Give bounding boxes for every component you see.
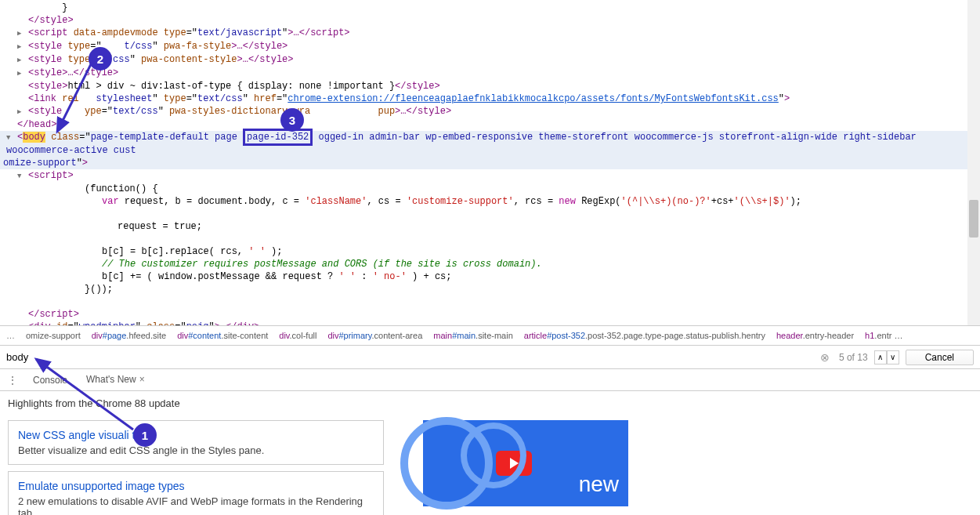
code-line-collapsed[interactable]: <style type "css" pwa-content-style>…</s… [0, 53, 980, 67]
page-id-highlight: page-id-352 [243, 129, 313, 146]
code-line-collapsed[interactable]: <style ype="text/css" pwa-styles-diction… [0, 105, 980, 118]
breadcrumb-bar[interactable]: … omize-support div#page.hfeed.site div#… [0, 325, 980, 346]
code-line-collapsed[interactable]: <style>…</style> [0, 67, 980, 80]
code-line-collapsed[interactable]: <script data-ampdevmode type="text/javas… [0, 27, 980, 40]
breadcrumb-item[interactable]: header.entry-header [776, 331, 854, 340]
svg-line-1 [36, 359, 133, 430]
arrow-1-svg [24, 351, 149, 445]
breadcrumb-item[interactable]: div#content.site-content [177, 331, 268, 340]
search-count: 5 of 13 [839, 352, 868, 363]
elements-code-pane[interactable]: } </style> <script data-ampdevmode type=… [0, 0, 980, 325]
body-element-line-2: omize-support"> [0, 157, 980, 169]
breadcrumb-item[interactable]: div#primary.content-area [327, 331, 422, 340]
js-line: b[c] += ( window.postMessage && request … [0, 270, 980, 283]
href-link[interactable]: chrome-extension://fleenceagaplaefnklabi… [287, 93, 779, 104]
search-next-button[interactable]: ∨ [887, 350, 899, 364]
whatsnew-card-title[interactable]: Emulate unsupported image types [18, 480, 374, 492]
arrow-2-svg [24, 63, 102, 141]
js-line: }()); [0, 283, 980, 296]
video-label: new [579, 472, 619, 497]
code-line: </style> [0, 14, 980, 27]
whatsnew-card-desc: 2 new emulations to disable AVIF and Web… [18, 495, 374, 515]
js-comment: // The customizer requires postMessage a… [0, 258, 980, 270]
code-line: } [0, 2, 980, 14]
more-menu-icon[interactable]: ⋮ [3, 375, 22, 386]
callout-1: 1 [133, 423, 157, 447]
scrollbar-vertical[interactable] [967, 0, 980, 325]
div-wpadminbar[interactable]: <div id="wpadminbar" class="nojq">…</div… [0, 321, 980, 325]
code-line: <link rel stylesheet" type="text/css" hr… [0, 92, 980, 105]
body-element-line[interactable]: <body class="page-template-default page … [0, 131, 980, 157]
js-blank [0, 233, 980, 245]
breadcrumb-item[interactable]: div#page.hfeed.site [92, 331, 166, 340]
search-prev-button[interactable]: ∧ [874, 350, 887, 364]
js-line: request = true; [0, 220, 980, 233]
whatsnew-video[interactable]: new [423, 420, 628, 506]
code-line: </head> [0, 118, 980, 131]
code-line-collapsed[interactable]: <style type=" t/css" pwa-fa-style>…</sty… [0, 40, 980, 53]
whatsnew-card[interactable]: Emulate unsupported image types 2 new em… [8, 471, 384, 515]
cancel-button[interactable]: Cancel [906, 350, 974, 365]
svg-point-3 [464, 426, 523, 485]
js-line: (function() { [0, 183, 980, 195]
js-blank [0, 208, 980, 220]
whatsnew-card-desc: Better visualize and edit CSS angle in t… [18, 444, 374, 456]
whatsnew-title: Highlights from the Chrome 88 update [8, 397, 972, 409]
scrollbar-thumb[interactable] [969, 200, 978, 238]
script-open[interactable]: <script> [0, 169, 980, 183]
breadcrumb-item[interactable]: omize-support [26, 331, 81, 340]
js-blank [0, 296, 980, 308]
breadcrumb-item[interactable]: article#post-352.post-352.page.type-page… [524, 331, 765, 340]
js-line: b[c] = b[c].replace( rcs, ' ' ); [0, 245, 980, 258]
breadcrumb-item[interactable]: main#main.site-main [433, 331, 513, 340]
video-decoration [400, 412, 541, 514]
script-close: </script> [0, 308, 980, 321]
callout-2: 2 [89, 47, 112, 71]
svg-line-0 [57, 64, 91, 132]
breadcrumb-item[interactable]: h1.entr … [865, 331, 902, 340]
js-line: var request, b = document.body, c = 'cla… [0, 195, 980, 208]
clear-search-icon[interactable]: ⊗ [817, 351, 833, 364]
code-line: <style>html > div ~ div:last-of-type { d… [0, 80, 980, 92]
breadcrumb-overflow[interactable]: … [6, 331, 15, 340]
breadcrumb-item[interactable]: div.col-full [279, 331, 316, 340]
callout-3: 3 [280, 108, 304, 132]
